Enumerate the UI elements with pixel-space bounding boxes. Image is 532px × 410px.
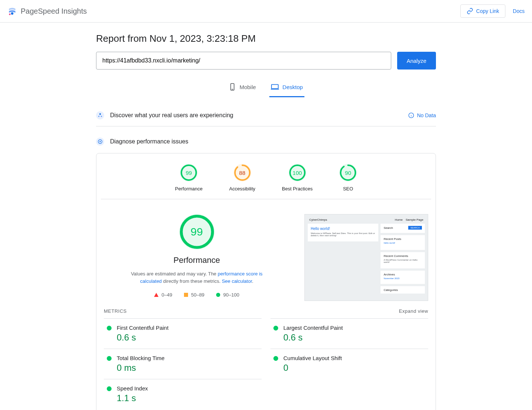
metric-name: Largest Contentful Paint <box>283 325 425 331</box>
diagnose-section-header: Diagnose performance issues <box>96 132 436 153</box>
performance-big-score: 99 <box>179 214 215 250</box>
see-calculator-link[interactable]: See calculator <box>222 278 252 284</box>
gauge-icon: 100 <box>289 164 306 182</box>
section-divider <box>96 126 436 126</box>
legend-low: 0–49 <box>154 292 172 298</box>
status-dot-icon <box>273 326 278 331</box>
app-title: PageSpeed Insights <box>21 7 87 16</box>
gauge-icon: 90 <box>339 164 357 182</box>
status-dot-icon <box>107 386 112 391</box>
field-data-icon <box>96 111 104 119</box>
no-data-label: No Data <box>417 112 436 118</box>
square-icon <box>184 293 188 297</box>
svg-point-0 <box>11 12 14 15</box>
category-seo[interactable]: 90 SEO <box>339 164 357 192</box>
metric-value: 0 <box>283 363 425 373</box>
category-label: Best Practices <box>282 186 313 192</box>
svg-point-1 <box>9 14 10 15</box>
svg-point-13 <box>99 141 101 142</box>
tab-mobile[interactable]: Mobile <box>228 78 257 97</box>
gauge-icon: 88 <box>233 164 251 182</box>
svg-point-8 <box>101 116 102 117</box>
metric-name: Cumulative Layout Shift <box>283 355 425 361</box>
legend-high: 90–100 <box>216 292 239 298</box>
metric-first-contentful-paint: First Contentful Paint 0.6 s <box>104 318 262 349</box>
diagnose-left: Diagnose performance issues <box>96 138 188 146</box>
report-timestamp: Report from Nov 1, 2023, 3:23:18 PM <box>96 33 436 44</box>
device-tabs: Mobile Desktop <box>96 78 436 97</box>
status-dot-icon <box>273 356 278 361</box>
circle-icon <box>216 293 220 297</box>
performance-gauge-big: 99 <box>179 214 215 250</box>
metric-name: Total Blocking Time <box>117 355 259 361</box>
status-dot-icon <box>107 326 112 331</box>
copy-link-label: Copy Link <box>476 8 499 14</box>
triangle-icon <box>154 293 158 297</box>
desktop-icon <box>271 84 279 90</box>
field-data-title: Discover what your real users are experi… <box>110 112 233 119</box>
gauge-score: 90 <box>339 164 357 182</box>
svg-point-6 <box>99 113 101 115</box>
mobile-icon <box>229 83 236 91</box>
legend-mid: 50–89 <box>184 292 204 298</box>
docs-link[interactable]: Docs <box>513 8 525 14</box>
metrics-label: Metrics <box>104 308 127 314</box>
performance-title: Performance <box>174 255 220 265</box>
category-label: Accessibility <box>229 186 255 192</box>
metric-value: 0.6 s <box>117 332 259 343</box>
metric-value: 0 ms <box>117 363 259 373</box>
diagnose-card: 99 Performance 88 Accessibility 100 <box>96 153 436 410</box>
score-legend: 0–49 50–89 90–100 <box>154 292 239 298</box>
metrics-grid: First Contentful Paint 0.6 s Largest Con… <box>96 318 436 410</box>
no-data-indicator[interactable]: No Data <box>408 112 436 118</box>
metric-value: 0.6 s <box>283 332 425 343</box>
url-input[interactable] <box>96 52 391 70</box>
performance-description: Values are estimated and may vary. The p… <box>127 270 267 285</box>
page-screenshot: CyberChimps HomeSample Page Hello world!… <box>304 214 428 301</box>
category-accessibility[interactable]: 88 Accessibility <box>229 164 255 192</box>
metric-total-blocking-time: Total Blocking Time 0 ms <box>104 349 262 379</box>
metric-largest-contentful-paint: Largest Contentful Paint 0.6 s <box>270 318 428 349</box>
svg-rect-4 <box>271 85 278 89</box>
expand-view-link[interactable]: Expand view <box>399 308 428 314</box>
main-container: Report from Nov 1, 2023, 3:23:18 PM Anal… <box>89 23 443 410</box>
field-data-left: Discover what your real users are experi… <box>96 111 233 119</box>
category-best-practices[interactable]: 100 Best Practices <box>282 164 313 192</box>
category-label: Performance <box>175 186 202 192</box>
metric-name: First Contentful Paint <box>117 325 259 331</box>
metrics-header: Metrics Expand view <box>96 308 436 318</box>
category-scores-row: 99 Performance 88 Accessibility 100 <box>101 153 431 199</box>
metric-name: Speed Index <box>117 385 259 392</box>
performance-left: 99 Performance Values are estimated and … <box>104 214 290 301</box>
header-left: PageSpeed Insights <box>7 6 87 16</box>
category-label: SEO <box>343 186 353 192</box>
tab-desktop-label: Desktop <box>283 84 303 90</box>
link-icon <box>467 8 473 14</box>
diagnose-title: Diagnose performance issues <box>110 138 188 145</box>
tab-desktop[interactable]: Desktop <box>269 78 304 97</box>
info-icon <box>408 112 414 118</box>
performance-section: 99 Performance Values are estimated and … <box>96 199 436 308</box>
field-data-section: Discover what your real users are experi… <box>96 106 436 125</box>
gauge-score: 99 <box>180 164 198 182</box>
copy-link-button[interactable]: Copy Link <box>460 4 505 18</box>
analyze-button[interactable]: Analyze <box>397 52 436 70</box>
gauge-score: 88 <box>233 164 251 182</box>
gauge-icon: 99 <box>180 164 198 182</box>
tab-mobile-label: Mobile <box>239 84 256 90</box>
diagnose-icon <box>96 138 104 146</box>
header-right: Copy Link Docs <box>460 4 525 18</box>
pagespeed-logo-icon <box>7 6 17 16</box>
app-header: PageSpeed Insights Copy Link Docs <box>0 0 532 23</box>
metric-speed-index: Speed Index 1.1 s <box>104 379 262 409</box>
category-performance[interactable]: 99 Performance <box>175 164 202 192</box>
url-input-row: Analyze <box>96 52 436 70</box>
status-dot-icon <box>107 356 112 361</box>
svg-point-7 <box>98 116 100 117</box>
metric-value: 1.1 s <box>117 393 259 403</box>
metric-cumulative-layout-shift: Cumulative Layout Shift 0 <box>270 349 428 379</box>
gauge-score: 100 <box>289 164 306 182</box>
